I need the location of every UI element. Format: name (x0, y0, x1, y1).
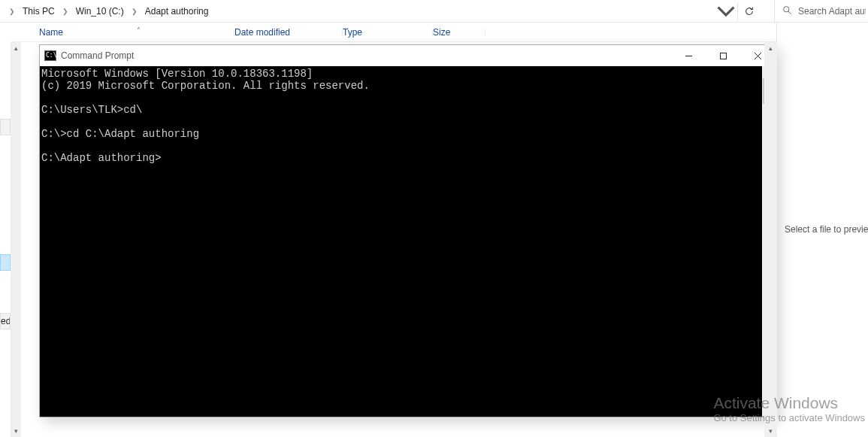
minimize-button[interactable] (671, 45, 706, 66)
nav-tree-panel: ed (0, 23, 11, 437)
preview-pane: ▴ ▾ Select a file to preview (776, 23, 868, 437)
svg-line-1 (788, 11, 791, 14)
list-scrollbar-right[interactable]: ▴ ▾ (764, 42, 777, 437)
refresh-button[interactable] (739, 2, 759, 21)
svg-point-0 (784, 7, 789, 12)
command-prompt-window: C:\ Command Prompt Microsoft Windows [Ve… (39, 44, 776, 417)
terminal-output[interactable]: Microsoft Windows [Version 10.0.18363.11… (40, 66, 762, 417)
scroll-up-icon[interactable]: ▴ (769, 42, 773, 54)
column-header-name[interactable]: Name ˄ (39, 27, 234, 38)
address-bar: ❯ This PC ❯ Win_10 (C:) ❯ Adapt authorin… (0, 0, 868, 23)
cmd-app-icon: C:\ (44, 50, 56, 61)
scroll-down-icon[interactable]: ▾ (14, 425, 18, 437)
file-list-panel: Name ˄ Date modified Type Size ▴ ▾ C:\ C… (11, 23, 776, 437)
column-header-row: Name ˄ Date modified Type Size (11, 23, 776, 42)
chevron-right-icon[interactable]: ❯ (3, 8, 21, 15)
preview-placeholder: Select a file to preview (777, 224, 868, 235)
breadcrumb-item[interactable]: This PC (21, 3, 56, 20)
column-header-type[interactable]: Type (343, 27, 433, 38)
tree-item-fragment[interactable] (0, 119, 11, 135)
tree-item-fragment[interactable] (0, 254, 11, 271)
svg-rect-3 (720, 53, 726, 59)
tree-item-fragment[interactable]: ed (0, 313, 11, 329)
window-title-bar[interactable]: C:\ Command Prompt (40, 45, 775, 66)
search-input[interactable] (798, 6, 866, 17)
address-dropdown-button[interactable] (716, 2, 736, 21)
scroll-up-icon[interactable]: ▴ (14, 42, 18, 54)
column-label: Name (39, 27, 63, 38)
chevron-right-icon[interactable]: ❯ (56, 8, 74, 15)
breadcrumb: ❯ This PC ❯ Win_10 (C:) ❯ Adapt authorin… (0, 3, 210, 20)
sort-ascending-icon: ˄ (137, 26, 141, 35)
search-box[interactable] (774, 0, 868, 23)
breadcrumb-item[interactable]: Win_10 (C:) (74, 3, 126, 20)
list-scrollbar[interactable]: ▴ ▾ (11, 42, 21, 437)
scroll-down-icon[interactable]: ▾ (769, 425, 773, 437)
divider (737, 2, 738, 20)
column-header-size[interactable]: Size (433, 27, 485, 38)
chevron-right-icon[interactable]: ❯ (126, 8, 144, 15)
window-title: Command Prompt (61, 50, 134, 61)
column-header-date[interactable]: Date modified (234, 27, 343, 38)
search-icon (782, 5, 792, 17)
maximize-button[interactable] (706, 45, 740, 66)
breadcrumb-item[interactable]: Adapt authoring (144, 3, 210, 20)
